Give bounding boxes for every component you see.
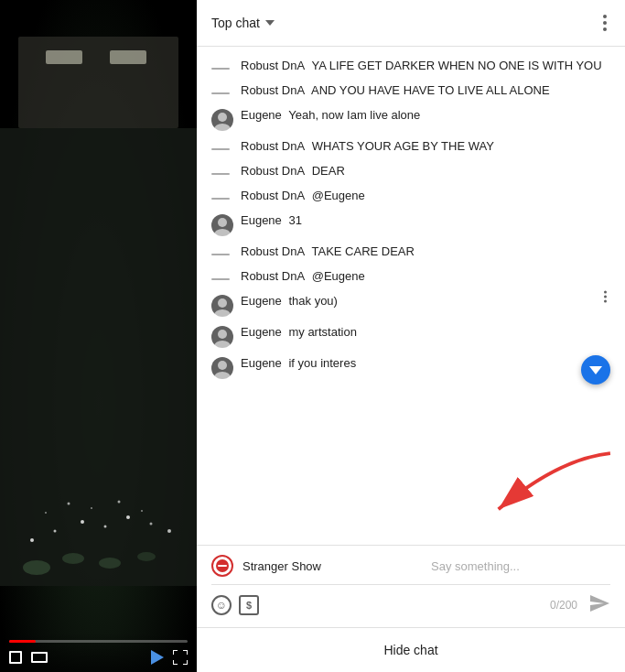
message-author: Robust DnA <box>241 189 305 202</box>
dash-avatar <box>211 143 233 156</box>
message-author: Robust DnA <box>241 139 305 153</box>
user-avatar <box>211 326 233 348</box>
message-author: Robust DnA <box>241 244 305 258</box>
svg-point-17 <box>91 507 92 509</box>
chat-header: Top chat <box>197 0 625 47</box>
dash-avatar <box>211 87 233 100</box>
theater-mode-button[interactable] <box>31 652 48 663</box>
dot <box>604 300 607 303</box>
fullscreen-button[interactable] <box>173 650 188 665</box>
message-more-button[interactable] <box>600 287 610 307</box>
dash-avatar <box>211 192 233 205</box>
svg-point-29 <box>214 372 231 379</box>
table-row: Eugene thak you) <box>197 289 625 320</box>
svg-point-27 <box>214 341 231 348</box>
dot <box>603 21 607 25</box>
svg-point-26 <box>218 330 227 339</box>
message-text: thak you) <box>288 294 337 308</box>
message-author: Robust DnA <box>241 59 305 72</box>
message-author: Robust DnA <box>241 83 305 97</box>
chat-messages-list: Robust DnA YA LIFE GET DARKER WHEN NO ON… <box>197 47 625 545</box>
message-content: Robust DnA TAKE CARE DEAR <box>241 244 610 260</box>
user-avatar <box>211 295 233 317</box>
message-text: DEAR <box>312 164 345 178</box>
svg-point-24 <box>218 298 227 308</box>
stranger-avatar <box>211 555 233 577</box>
dash-avatar <box>211 248 233 261</box>
message-text: my artstation <box>288 325 356 339</box>
emoji-button[interactable]: ☺ <box>211 595 232 615</box>
scroll-to-bottom-button[interactable] <box>581 355 610 385</box>
dash-avatar <box>211 62 233 75</box>
message-content: Eugene Yeah, now Iam live alone <box>241 107 610 124</box>
video-panel <box>0 0 197 672</box>
table-row: Robust DnA @Eugene <box>197 184 625 209</box>
message-content: Robust DnA DEAR <box>241 163 610 179</box>
message-content: Eugene thak you) <box>241 293 610 309</box>
user-avatar <box>211 109 233 131</box>
video-background <box>0 0 197 672</box>
emoji-icon: ☺ <box>216 599 227 612</box>
message-author: Eugene <box>241 108 282 122</box>
svg-rect-1 <box>0 128 197 586</box>
chat-input-field[interactable]: Say something... <box>431 559 610 573</box>
message-content: Robust DnA WHATS YOUR AGE BY THE WAY <box>241 138 610 155</box>
chat-panel: Top chat Robust DnA YA LIFE GET DARKER W… <box>197 0 625 672</box>
input-toolbar: ☺ $ 0/200 <box>211 592 610 618</box>
svg-point-12 <box>126 515 130 519</box>
video-content <box>0 0 197 672</box>
svg-point-10 <box>81 520 84 524</box>
table-row: Eugene if you interes <box>197 352 625 383</box>
chat-more-options-button[interactable] <box>599 11 610 35</box>
chat-input-username: Stranger Show <box>242 559 422 573</box>
message-content: Robust DnA @Eugene <box>241 268 610 285</box>
message-content: Robust DnA @Eugene <box>241 188 610 204</box>
message-text: TAKE CARE DEAR <box>311 244 414 258</box>
avatar-icon <box>211 357 233 379</box>
message-text: AND YOU HAVE HAVE TO LIVE ALL ALONE <box>311 83 550 97</box>
chat-type-selector[interactable]: Top chat <box>211 16 275 30</box>
svg-point-7 <box>137 552 156 561</box>
username-label: Stranger Show <box>242 559 321 573</box>
dash-avatar <box>211 168 233 180</box>
table-row: Eugene Yeah, now Iam live alone <box>197 103 625 135</box>
message-content: Robust DnA YA LIFE GET DARKER WHEN NO ON… <box>241 58 610 74</box>
message-author: Eugene <box>241 294 282 308</box>
message-author: Robust DnA <box>241 269 305 283</box>
send-button[interactable] <box>588 592 610 618</box>
table-row: Robust DnA AND YOU HAVE HAVE TO LIVE ALL… <box>197 79 625 103</box>
table-row: Robust DnA @Eugene <box>197 265 625 289</box>
message-content: Eugene if you interes <box>241 355 610 372</box>
svg-point-16 <box>68 503 70 505</box>
chat-input-area: Stranger Show Say something... ☺ $ 0/200 <box>197 545 625 627</box>
table-row: Robust DnA TAKE CARE DEAR <box>197 240 625 265</box>
send-icon <box>588 592 610 614</box>
hide-chat-button[interactable]: Hide chat <box>197 627 625 672</box>
message-content: Robust DnA AND YOU HAVE HAVE TO LIVE ALL… <box>241 82 610 99</box>
stranger-avatar-icon <box>216 559 229 572</box>
avatar-icon <box>211 214 233 236</box>
play-area[interactable] <box>151 650 164 665</box>
message-text: @Eugene <box>312 189 365 202</box>
input-toolbar-left: ☺ $ <box>211 595 259 615</box>
message-author: Eugene <box>241 213 282 227</box>
progress-fill <box>9 640 36 643</box>
dot <box>604 296 607 298</box>
fullscreen-icon <box>173 650 188 665</box>
message-author: Robust DnA <box>241 164 305 178</box>
controls-row <box>9 650 188 665</box>
progress-bar[interactable] <box>9 640 188 643</box>
avatar-icon <box>211 326 233 348</box>
svg-rect-0 <box>18 37 178 128</box>
svg-point-23 <box>214 229 231 236</box>
table-row: Robust DnA YA LIFE GET DARKER WHEN NO ON… <box>197 54 625 79</box>
superchat-button[interactable]: $ <box>239 595 259 615</box>
scroll-down-arrow-icon <box>589 366 602 374</box>
message-author: Eugene <box>241 325 282 339</box>
chat-title: Top chat <box>211 16 260 30</box>
svg-point-19 <box>141 510 143 512</box>
miniplayer-button[interactable] <box>9 651 22 664</box>
table-row: Eugene my artstation <box>197 320 625 352</box>
svg-point-13 <box>150 523 153 526</box>
message-text: YA LIFE GET DARKER WHEN NO ONE IS WITH Y… <box>311 59 601 72</box>
